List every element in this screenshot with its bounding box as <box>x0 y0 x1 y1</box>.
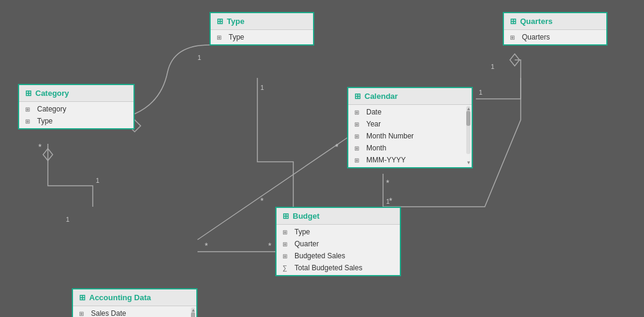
quarters-table-body: ⊞ Quarters <box>504 30 606 44</box>
quarters-table-header: ⊞ Quarters <box>504 13 606 30</box>
type-table-title: Type <box>227 17 244 26</box>
grid-icon: ⊞ <box>354 133 363 140</box>
grid-icon: ⊞ <box>25 118 34 125</box>
grid-icon: ⊞ <box>282 229 291 236</box>
table-row: ⊞ Year <box>348 118 472 130</box>
quarters-table-title: Quarters <box>520 17 552 26</box>
grid-icon: ⊞ <box>354 121 363 128</box>
table-row: ⊞ Quarters <box>504 31 606 43</box>
budget-table-body: ⊞ Type ⊞ Quarter ⊞ Budgeted Sales ∑ Tota… <box>277 225 400 275</box>
table-row: ⊞ Date <box>348 106 472 118</box>
calendar-table: ⊞ Calendar ⊞ Date ⊞ Year ⊞ Month Number … <box>347 87 473 168</box>
table-row: ∑ Total Budgeted Sales <box>277 262 400 274</box>
calendar-table-title: Calendar <box>364 92 398 101</box>
svg-text:1: 1 <box>198 54 201 61</box>
accounting-table-title: Accounting Data <box>89 293 151 302</box>
grid-icon: ⊞ <box>79 310 87 317</box>
table-row: ⊞ Month Number <box>348 130 472 142</box>
svg-text:1: 1 <box>96 177 99 184</box>
svg-text:*: * <box>268 241 272 250</box>
svg-marker-8 <box>510 54 520 66</box>
svg-text:*: * <box>389 196 393 206</box>
svg-text:1: 1 <box>491 63 494 70</box>
calendar-table-body: ⊞ Date ⊞ Year ⊞ Month Number ⊞ Month ⊞ M… <box>348 105 472 167</box>
grid-icon: ⊞ <box>217 34 225 41</box>
grid-icon: ⊞ <box>354 145 363 152</box>
table-row: ⊞ Type <box>19 115 133 127</box>
table-row: ⊞ Sales Date <box>73 307 196 317</box>
category-table: ⊞ Category ⊞ Category ⊞ Type <box>18 84 135 129</box>
type-table-body: ⊞ Type <box>211 30 313 44</box>
grid-icon: ⊞ <box>282 241 291 247</box>
svg-text:1: 1 <box>386 198 390 205</box>
calendar-table-header: ⊞ Calendar <box>348 88 472 105</box>
type-header-icon: ⊞ <box>217 17 223 26</box>
svg-text:*: * <box>260 196 264 206</box>
grid-icon: ⊞ <box>510 34 518 41</box>
type-table: ⊞ Type ⊞ Type <box>209 12 314 46</box>
budget-table: ⊞ Budget ⊞ Type ⊞ Quarter ⊞ Budgeted Sal… <box>275 207 401 276</box>
table-row: ⊞ Month <box>348 142 472 154</box>
category-header-icon: ⊞ <box>25 89 32 98</box>
quarters-header-icon: ⊞ <box>510 17 517 26</box>
table-row: ⊞ Type <box>277 226 400 238</box>
quarters-table: ⊞ Quarters ⊞ Quarters <box>503 12 607 46</box>
grid-icon: ⊞ <box>354 109 363 116</box>
accounting-table-body: ⊞ Sales Date ⊞ Category ⊞ Region ⊞ Amoun… <box>73 306 196 317</box>
accounting-table: ⊞ Accounting Data ⊞ Sales Date ⊞ Categor… <box>72 288 198 317</box>
table-row: ⊞ Category <box>19 103 133 115</box>
budget-table-header: ⊞ Budget <box>277 208 400 225</box>
category-table-title: Category <box>35 89 69 98</box>
category-table-header: ⊞ Category <box>19 85 133 102</box>
svg-text:*: * <box>38 142 42 152</box>
table-row: ⊞ MMM-YYYY <box>348 154 472 166</box>
accounting-header-icon: ⊞ <box>79 293 86 302</box>
svg-text:*: * <box>335 142 339 152</box>
svg-marker-16 <box>43 149 53 161</box>
svg-text:1: 1 <box>66 216 69 223</box>
calendar-header-icon: ⊞ <box>354 92 361 101</box>
svg-text:*: * <box>205 241 208 250</box>
grid-icon: ⊞ <box>354 157 363 164</box>
accounting-table-header: ⊞ Accounting Data <box>73 289 196 306</box>
svg-text:1: 1 <box>479 89 482 96</box>
type-table-header: ⊞ Type <box>211 13 313 30</box>
budget-table-title: Budget <box>293 212 320 221</box>
table-row: ⊞ Type <box>211 31 313 43</box>
grid-icon: ⊞ <box>282 253 291 259</box>
grid-icon: ⊞ <box>25 106 34 113</box>
sigma-icon: ∑ <box>282 264 291 271</box>
table-row: ⊞ Budgeted Sales <box>277 250 400 262</box>
table-row: ⊞ Quarter <box>277 238 400 250</box>
svg-text:1: 1 <box>260 84 264 91</box>
budget-header-icon: ⊞ <box>282 212 289 221</box>
category-table-body: ⊞ Category ⊞ Type <box>19 102 133 128</box>
svg-text:*: * <box>386 178 390 188</box>
